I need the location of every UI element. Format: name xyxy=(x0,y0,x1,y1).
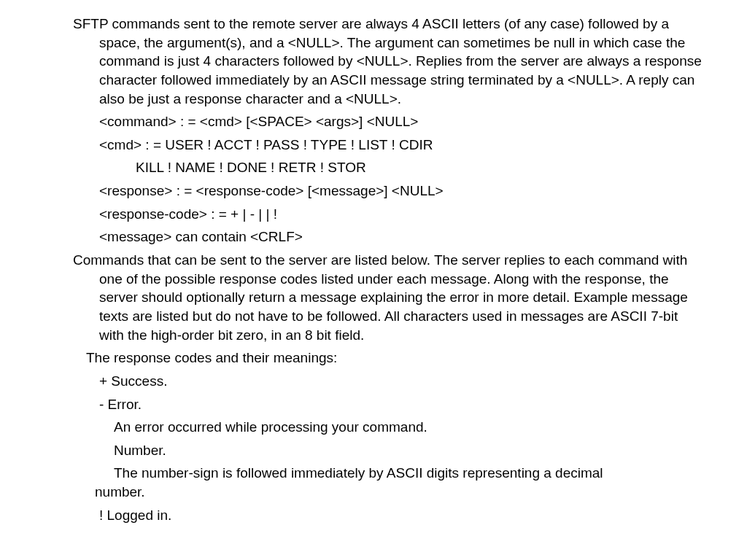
syntax-cmd-list-2: KILL ! NAME ! DONE ! RETR ! STOR xyxy=(73,158,703,177)
response-error: - Error. xyxy=(73,395,703,414)
response-success: + Success. xyxy=(73,372,703,391)
response-logged-in: ! Logged in. xyxy=(73,506,703,525)
response-number-wrap: number. xyxy=(73,483,703,502)
syntax-message: <message> can contain <CRLF> xyxy=(73,228,703,246)
para-2-text: Commands that can be sent to the server … xyxy=(73,251,703,344)
syntax-response-code: <response-code> : = + | - | | ! xyxy=(73,205,703,224)
syntax-cmd-list-1: <cmd> : = USER ! ACCT ! PASS ! TYPE ! LI… xyxy=(73,136,703,155)
para-1-text: SFTP commands sent to the remote server … xyxy=(73,15,703,108)
paragraph-commands-list: Commands that can be sent to the server … xyxy=(73,251,703,344)
response-number-text: The number-sign is followed immediately … xyxy=(114,464,703,483)
response-number-detail: The number-sign is followed immediately … xyxy=(73,464,703,483)
response-codes-intro: The response codes and their meanings: xyxy=(73,349,703,368)
response-error-detail-2: Number. xyxy=(73,441,703,460)
paragraph-commands-intro: SFTP commands sent to the remote server … xyxy=(73,15,703,108)
syntax-command: <command> : = <cmd> [<SPACE> <args>] <NU… xyxy=(73,112,703,131)
syntax-response: <response> : = <response-code> [<message… xyxy=(73,182,703,201)
response-error-detail-1: An error occurred while processing your … xyxy=(73,418,703,437)
